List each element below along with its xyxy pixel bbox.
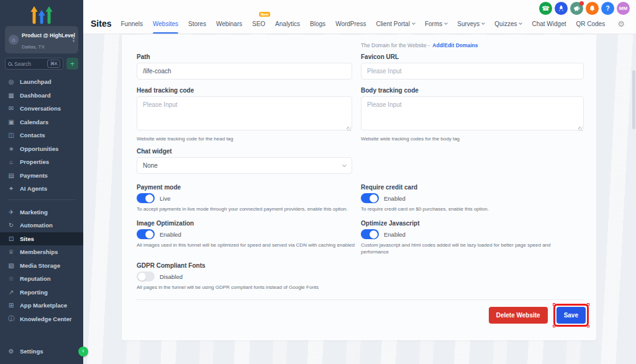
save-button[interactable]: Save xyxy=(556,307,586,324)
domain-note: The Domain for the Website - xyxy=(361,42,430,48)
add-edit-domains-link[interactable]: Add/Edit Domains xyxy=(432,42,478,48)
sidebar-collapse-button[interactable]: ‹ xyxy=(78,347,88,357)
sidebar-item-label: Knowledge Center xyxy=(20,316,71,322)
tab-label: Analytics xyxy=(275,20,300,27)
scrollbar[interactable] xyxy=(632,70,635,364)
body-tracking-textarea[interactable] xyxy=(361,96,584,130)
sidebar-item-app-marketplace[interactable]: ⊞App Marketplace xyxy=(0,299,83,312)
search-input[interactable]: Search ⌘K xyxy=(5,58,63,70)
sidebar-item-dashboard[interactable]: ▦Dashboard xyxy=(0,89,83,102)
tab-label: Forms xyxy=(425,20,442,27)
sidebar-item-media-storage[interactable]: ▧Media Storage xyxy=(0,259,83,273)
sidebar-item-label: Reporting xyxy=(20,289,48,296)
sidebar-item-marketing[interactable]: ✈Marketing xyxy=(0,206,83,219)
scrollbar-thumb[interactable] xyxy=(632,70,635,129)
payment-mode-toggle[interactable] xyxy=(137,193,155,203)
payment-mode-label: Payment mode xyxy=(137,184,352,191)
tab-quizzes[interactable]: Quizzes xyxy=(494,14,522,34)
chat-widget-select[interactable]: None xyxy=(137,157,352,174)
image-optimization-toggle[interactable] xyxy=(137,229,155,239)
head-tracking-helper: Website wide tracking code for the head … xyxy=(137,136,352,143)
tab-webinars[interactable]: Webinars xyxy=(216,14,242,34)
highlevel-logo-icon xyxy=(0,0,83,24)
tab-forms[interactable]: Forms xyxy=(425,14,447,34)
contacts-icon: ◫ xyxy=(7,132,15,139)
chevron-down-icon xyxy=(482,21,486,25)
path-input[interactable] xyxy=(137,63,352,80)
top-header: ☎ ? MM Sites FunnelsWebsitesStoresWebina… xyxy=(83,0,636,34)
megaphone-icon[interactable] xyxy=(570,2,583,15)
sidebar-item-automation[interactable]: ↻Automation xyxy=(0,219,83,232)
head-tracking-textarea[interactable] xyxy=(137,96,352,130)
path-label: Path xyxy=(137,53,352,60)
sidebar-item-calendars[interactable]: ▣Calendars xyxy=(0,116,83,129)
gear-icon[interactable]: ⚙ xyxy=(617,19,625,29)
gdpr-fonts-helper: All pages in the funnel will be using GD… xyxy=(137,284,435,291)
sidebar-item-label: Dashboard xyxy=(20,92,51,99)
ai-agents-icon: ✦ xyxy=(7,185,15,192)
sidebar-item-label: Launchpad xyxy=(20,78,52,85)
tab-client-portal[interactable]: Client Portal xyxy=(376,14,414,34)
account-switcher[interactable]: ⌂ Product @ HighLevel Dallas, TX ▴▾ xyxy=(5,26,78,53)
reputation-icon: ☆ xyxy=(7,275,15,282)
sidebar-item-label: Contacts xyxy=(20,132,45,139)
tab-wordpress[interactable]: WordPress xyxy=(335,14,366,34)
app-root: ⌂ Product @ HighLevel Dallas, TX ▴▾ Sear… xyxy=(0,0,636,364)
sidebar-item-label: Conversations xyxy=(20,105,61,112)
sidebar-item-memberships[interactable]: ♕Memberships xyxy=(0,245,83,259)
sidebar-item-launchpad[interactable]: ◎Launchpad xyxy=(0,75,83,89)
sidebar-item-settings[interactable]: ⚙ Settings xyxy=(0,345,83,358)
head-tracking-label: Head tracking code xyxy=(137,87,352,94)
sidebar-item-reporting[interactable]: ↗Reporting xyxy=(0,286,83,299)
tab-funnels[interactable]: Funnels xyxy=(120,14,143,34)
tab-stores[interactable]: Stores xyxy=(188,14,206,34)
favicon-url-label: Favicon URL xyxy=(361,53,584,60)
sidebar-item-properties[interactable]: ⌂Properties xyxy=(0,155,83,169)
sidebar-item-label: Settings xyxy=(20,348,43,355)
sidebar-item-reputation[interactable]: ☆Reputation xyxy=(0,272,83,286)
search-placeholder: Search xyxy=(14,61,45,67)
sidebar-item-label: Automation xyxy=(20,222,53,229)
help-icon[interactable]: ? xyxy=(601,2,614,15)
sidebar-item-knowledge-center[interactable]: ⓘKnowledge Center xyxy=(0,312,83,326)
require-cc-state: Enabled xyxy=(384,195,406,202)
tab-chat-widget[interactable]: Chat Widget xyxy=(532,14,566,34)
tab-qr-codes[interactable]: QR Codes xyxy=(576,14,606,34)
dashboard-icon: ▦ xyxy=(7,92,15,99)
header-tabs: FunnelsWebsitesStoresWebinarsSEONewAnaly… xyxy=(120,14,605,34)
quick-add-button[interactable]: + xyxy=(66,58,78,70)
bell-icon[interactable] xyxy=(586,2,599,15)
sidebar-item-payments[interactable]: ▤Payments xyxy=(0,169,83,183)
payment-mode-helper: To accept payments in live mode through … xyxy=(137,206,358,213)
rocket-icon[interactable] xyxy=(555,2,568,15)
tab-blogs[interactable]: Blogs xyxy=(310,14,325,34)
automation-icon: ↻ xyxy=(7,222,15,229)
memberships-icon: ♕ xyxy=(7,248,15,255)
tab-analytics[interactable]: Analytics xyxy=(275,14,300,34)
tab-surveys[interactable]: Surveys xyxy=(457,14,484,34)
gdpr-fonts-toggle[interactable] xyxy=(137,271,155,281)
sidebar-item-ai-agents[interactable]: ✦AI Agents xyxy=(0,182,83,196)
account-name: Product @ HighLevel xyxy=(22,32,75,39)
tab-label: Blogs xyxy=(310,20,325,27)
phone-icon[interactable]: ☎ xyxy=(539,2,552,15)
notification-dot xyxy=(579,1,584,6)
sidebar-item-opportunities[interactable]: ∗Opportunities xyxy=(0,142,83,156)
tab-seo[interactable]: SEONew xyxy=(252,14,265,34)
optimize-js-toggle[interactable] xyxy=(361,229,379,239)
content-area: The Domain for the Website - Add/Edit Do… xyxy=(83,34,636,364)
delete-website-button[interactable]: Delete Website xyxy=(489,307,548,324)
sidebar-item-contacts[interactable]: ◫Contacts xyxy=(0,129,83,142)
user-avatar[interactable]: MM xyxy=(617,2,630,15)
sidebar-item-label: Properties xyxy=(20,158,49,165)
require-cc-toggle[interactable] xyxy=(361,193,379,203)
marketing-icon: ✈ xyxy=(7,209,15,216)
tab-websites[interactable]: Websites xyxy=(153,14,178,34)
favicon-url-input[interactable] xyxy=(361,63,584,80)
sidebar-item-label: App Marketplace xyxy=(20,302,67,309)
sidebar-item-label: Payments xyxy=(20,172,48,179)
tab-label: Surveys xyxy=(457,20,479,27)
website-settings-card: The Domain for the Website - Add/Edit Do… xyxy=(122,35,596,340)
sidebar-item-conversations[interactable]: ✉Conversations xyxy=(0,102,83,116)
sidebar-item-sites[interactable]: ⊡Sites xyxy=(0,232,83,246)
